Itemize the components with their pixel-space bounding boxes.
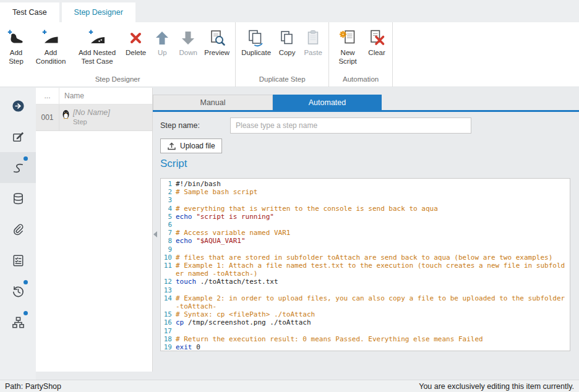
up-button[interactable]: Up (150, 27, 174, 59)
line-number: 7 (161, 229, 176, 237)
app-window: Test Case Step Designer Add Step (0, 0, 579, 392)
arrow-down-icon (178, 28, 198, 48)
preview-button[interactable]: Preview (202, 27, 232, 59)
sidebar-item-edit[interactable] (0, 121, 36, 152)
collapse-panel-arrow-icon[interactable] (153, 231, 157, 237)
sidebar-item-steps[interactable] (0, 152, 36, 183)
line-number: 19 (161, 343, 176, 351)
script-editor-lines: 1#!/bin/bash2# Sample bash script34# eve… (161, 180, 570, 351)
add-condition-button[interactable]: Add Condition (30, 27, 71, 67)
delete-button[interactable]: Delete (123, 27, 148, 59)
code-line: 9 (161, 245, 570, 254)
mode-tab-strip: Manual Automated (153, 95, 382, 110)
code-line: 5echo "script is running" (161, 213, 570, 221)
duplicate-label: Duplicate (241, 49, 271, 58)
step-editor-panel: Manual Automated Step name: Upload (153, 88, 579, 380)
code-line: 16cp /tmp/screenshot.png ./toAttach (161, 318, 570, 326)
step-list-header: ... Name (36, 88, 152, 104)
new-script-button[interactable]: New Script (332, 27, 363, 67)
clear-button[interactable]: Clear (364, 27, 389, 59)
arrow-up-icon (152, 28, 172, 48)
copy-label: Copy (279, 49, 296, 58)
code-line: 17 (161, 327, 570, 335)
add-nested-test-case-button[interactable]: Add Nested Test Case (72, 27, 122, 67)
line-number: 9 (161, 245, 176, 254)
step-list-panel: ... Name 001 (36, 88, 153, 372)
line-number: 4 (161, 205, 176, 213)
edit-icon (11, 130, 25, 144)
attachment-icon (11, 223, 25, 237)
duplicate-icon (246, 28, 266, 48)
tab-test-case[interactable]: Test Case (0, 2, 59, 22)
code-line: 12touch ./toAttach/test.txt (161, 278, 570, 286)
sidebar-item-data[interactable] (0, 183, 36, 214)
line-number: 18 (161, 335, 176, 343)
ribbon-group-label-step-designer: Step Designer (0, 74, 235, 87)
status-bar: Path: PartyShop You are exclusively edit… (0, 380, 579, 392)
code-line: 19exit 0 (161, 343, 570, 351)
paste-button[interactable]: Paste (301, 27, 325, 59)
step-name-input[interactable] (230, 117, 471, 134)
ribbon-group-automation: New Script Clear Automation (329, 22, 393, 87)
line-number: 12 (161, 278, 176, 286)
step-list-row[interactable]: 001 [No Name] Step (36, 104, 152, 131)
line-number: 5 (161, 213, 176, 221)
ribbon-group-label-automation: Automation (329, 74, 392, 87)
workspace: ... Name 001 (0, 88, 579, 380)
add-nested-test-case-label: Add Nested Test Case (75, 49, 119, 66)
sidebar-item-dependencies[interactable] (0, 307, 36, 338)
code-line: 13 (161, 286, 570, 294)
line-number: 8 (161, 237, 176, 245)
navigate-icon (11, 99, 25, 113)
upload-file-button[interactable]: Upload file (160, 138, 222, 153)
history-icon (11, 284, 25, 299)
checklist-icon (11, 254, 25, 268)
editing-status-message: You are exclusively editing this item cu… (419, 382, 574, 391)
delete-icon (126, 28, 146, 48)
tab-step-designer[interactable]: Step Designer (62, 2, 135, 22)
line-number: 14 (161, 294, 176, 310)
add-step-button[interactable]: Add Step (3, 27, 29, 67)
tab-manual[interactable]: Manual (153, 95, 273, 110)
database-icon (11, 192, 25, 206)
line-number: 16 (161, 318, 176, 326)
code-line: 14# Example 2: in order to upload files,… (161, 294, 570, 310)
sidebar-item-attachments[interactable] (0, 214, 36, 245)
sidebar-item-navigate[interactable] (0, 90, 36, 121)
ribbon-group-duplicate-step: Duplicate Copy (236, 22, 329, 87)
copy-button[interactable]: Copy (275, 27, 299, 59)
window-tab-bar: Test Case Step Designer (0, 0, 579, 22)
line-number: 6 (161, 221, 176, 229)
left-icon-sidebar (0, 88, 36, 380)
sidebar-item-history[interactable] (0, 276, 36, 307)
add-condition-icon (41, 28, 61, 48)
preview-icon (207, 28, 227, 48)
duplicate-button[interactable]: Duplicate (239, 27, 273, 59)
code-line: 7# Access variable named VAR1 (161, 229, 570, 237)
line-number: 13 (161, 286, 176, 294)
line-number: 17 (161, 327, 176, 335)
copy-icon (277, 28, 297, 48)
code-line: 11# Example 1: Attach a file named test.… (161, 262, 570, 278)
tab-automated[interactable]: Automated (273, 95, 382, 110)
step-list-name-column-header: Name (59, 88, 152, 104)
script-section-heading: Script (160, 158, 187, 170)
delete-label: Delete (126, 49, 146, 58)
path-breadcrumb: Path: PartyShop (5, 382, 61, 391)
line-number: 3 (161, 196, 176, 204)
add-condition-label: Add Condition (33, 49, 69, 66)
preview-label: Preview (204, 49, 229, 58)
add-step-label: Add Step (6, 49, 27, 66)
script-code-editor[interactable]: 1#!/bin/bash2# Sample bash script34# eve… (160, 178, 570, 351)
down-button[interactable]: Down (176, 27, 200, 59)
step-number: 001 (36, 104, 59, 130)
code-line: 15# Syntax: cp <filePath> ./toAttach (161, 310, 570, 318)
code-line: 8echo "$AQUA_VAR1" (161, 237, 570, 245)
down-label: Down (179, 49, 197, 58)
ribbon-group-label-duplicate-step: Duplicate Step (236, 74, 328, 87)
notification-dot (24, 156, 28, 161)
sidebar-item-checklist[interactable] (0, 245, 36, 276)
ribbon-group-step-designer: Add Step Add Condition (0, 22, 236, 87)
steps-icon (11, 161, 25, 175)
code-line: 1#!/bin/bash (161, 180, 570, 188)
